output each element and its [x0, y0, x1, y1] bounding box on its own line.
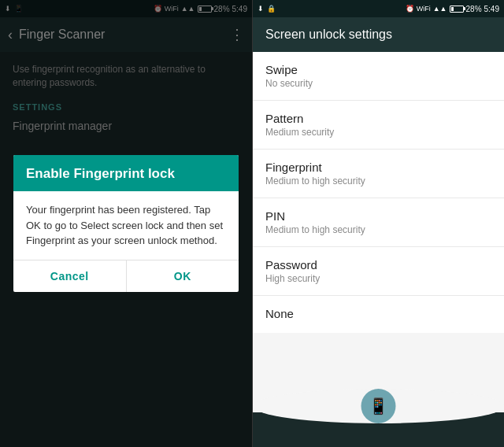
- right-wifi-icon: WiFi: [417, 5, 431, 13]
- watermark: 📱: [253, 389, 504, 423]
- right-time: 5:49: [484, 5, 499, 13]
- dialog-actions: Cancel OK: [13, 260, 239, 292]
- dialog-overlay: Enable Fingerprint lock Your fingerprint…: [0, 0, 252, 447]
- screen-unlock-content: Swipe No security Pattern Medium securit…: [253, 52, 504, 412]
- dialog-title: Enable Fingerprint lock: [26, 166, 175, 181]
- right-status-right: ⏰ WiFi ▲▲ 28% 5:49: [406, 5, 499, 13]
- unlock-option-pattern-title: Pattern: [265, 112, 491, 125]
- unlock-option-swipe-title: Swipe: [265, 63, 491, 76]
- unlock-option-pin-title: PIN: [265, 209, 491, 223]
- right-toolbar: Screen unlock settings: [253, 17, 504, 52]
- dialog-header: Enable Fingerprint lock: [13, 155, 239, 191]
- unlock-option-password-sub: High security: [265, 273, 491, 284]
- right-toolbar-title: Screen unlock settings: [265, 28, 392, 42]
- right-battery-text: 28%: [466, 5, 482, 13]
- watermark-icon: 📱: [361, 389, 396, 423]
- unlock-option-fingerprint-sub: Medium to high security: [265, 175, 491, 187]
- dialog-body: Your fingerprint has been registered. Ta…: [13, 191, 239, 260]
- unlock-option-password[interactable]: Password High security: [253, 247, 504, 296]
- unlock-option-pin-sub: Medium to high security: [265, 224, 491, 235]
- unlock-option-pattern-sub: Medium security: [265, 127, 491, 138]
- dialog-message: Your fingerprint has been registered. Ta…: [26, 202, 226, 249]
- enable-fingerprint-dialog: Enable Fingerprint lock Your fingerprint…: [13, 155, 239, 292]
- right-battery-indicator: [450, 6, 464, 13]
- unlock-option-swipe[interactable]: Swipe No security: [253, 52, 504, 101]
- unlock-option-pattern[interactable]: Pattern Medium security: [253, 101, 504, 150]
- right-signal-icon: ▲▲: [433, 5, 447, 13]
- unlock-option-fingerprint[interactable]: Fingerprint Medium to high security: [253, 150, 504, 198]
- left-panel: ⬇ 📱 ⏰ WiFi ▲▲ 28% 5:49 ‹ Finger Scanner …: [0, 0, 252, 447]
- ok-button[interactable]: OK: [127, 260, 239, 292]
- right-panel: ⬇ 🔒 ⏰ WiFi ▲▲ 28% 5:49 Screen unlock set…: [252, 0, 504, 447]
- right-status-bar: ⬇ 🔒 ⏰ WiFi ▲▲ 28% 5:49: [253, 0, 504, 17]
- right-alarm-icon: ⏰: [406, 5, 414, 13]
- right-status-left: ⬇ 🔒: [258, 5, 276, 13]
- unlock-option-swipe-sub: No security: [265, 78, 491, 89]
- unlock-option-pin[interactable]: PIN Medium to high security: [253, 198, 504, 247]
- unlock-option-none-title: None: [265, 307, 491, 320]
- right-lock-icon: 🔒: [267, 5, 276, 13]
- cancel-button[interactable]: Cancel: [13, 260, 127, 292]
- unlock-option-fingerprint-title: Fingerprint: [265, 161, 491, 174]
- unlock-option-none[interactable]: None: [253, 296, 504, 333]
- unlock-option-password-title: Password: [265, 258, 491, 272]
- right-download-icon: ⬇: [258, 5, 264, 13]
